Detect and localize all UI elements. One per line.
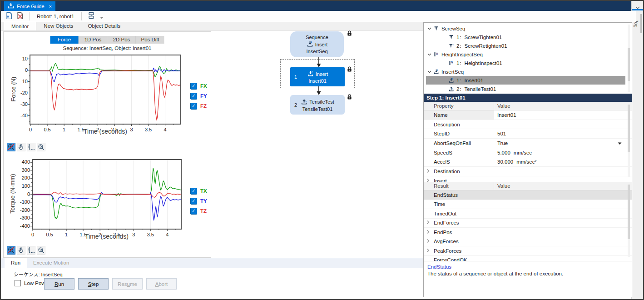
property-row-destination[interactable]: Destination (424, 167, 632, 176)
robot-label: Robot: 1, robot1 (35, 14, 76, 19)
result-row-endforces[interactable]: EndForces (424, 219, 632, 228)
view-tab-pos-diff[interactable]: Pos Diff (136, 36, 164, 44)
expander-chevron-icon[interactable] (426, 27, 432, 30)
flow-node-tensiletest01[interactable]: 2TensileTestTensileTest01 (290, 95, 345, 115)
fy-checkbox[interactable]: ✓ (190, 93, 197, 100)
column-header: Value (494, 102, 632, 110)
property-value[interactable]: True (494, 139, 632, 148)
flow-node-title: Insert (307, 40, 328, 48)
svg-text:H: H (436, 53, 437, 55)
tree-item-index: 2: (456, 86, 462, 92)
step-button[interactable]: Step (78, 278, 109, 290)
toolbar-separator (29, 12, 30, 20)
zoom-select-icon[interactable] (7, 143, 15, 151)
sequence-wizard-icon[interactable] (87, 12, 95, 21)
property-row-stepid[interactable]: StepID501 (424, 129, 632, 139)
result-row-avgforces[interactable]: AvgForces (424, 237, 632, 247)
ty-checkbox[interactable]: ✓ (190, 198, 197, 205)
tree-item-index: 2: (456, 43, 462, 49)
tree-item-insertseq[interactable]: InsertSeq (426, 67, 625, 76)
result-row-peakforces[interactable]: PeakForces (424, 246, 632, 256)
run-panel: シーケンス: InsertSeq Low Power RunStepResume… (1, 268, 423, 297)
tree-item-screwtighten01[interactable]: 1:ScrewTighten01 (426, 33, 625, 41)
tree-item-tensiletest01[interactable]: 2:TensileTest01 (426, 85, 625, 93)
result-value (494, 200, 632, 209)
zoom-select-icon[interactable] (7, 246, 15, 255)
zoom-reset-icon[interactable] (37, 143, 45, 151)
chart-plot-area[interactable] (33, 160, 181, 229)
property-name: AccelS (424, 157, 494, 166)
expand-arrow-icon[interactable] (426, 230, 430, 235)
result-name: EndPos (424, 228, 494, 237)
expand-arrow-icon[interactable] (426, 248, 430, 254)
sequence-label: シーケンス: InsertSeq (14, 270, 63, 278)
y-tick-label: 400 (13, 159, 30, 165)
dropdown-caret-icon[interactable] (100, 14, 104, 19)
column-header: Property (424, 102, 494, 110)
result-scrollbar[interactable] (628, 184, 630, 257)
lock-icon (347, 66, 352, 74)
expander-chevron-icon[interactable] (426, 70, 432, 73)
expand-arrow-icon[interactable] (426, 220, 430, 225)
view-tab-1d-pos[interactable]: 1D Pos (79, 36, 108, 44)
tx-checkbox[interactable]: ✓ (190, 188, 197, 195)
tab-run[interactable]: Run (5, 258, 27, 268)
property-row-description[interactable]: Description (424, 120, 632, 130)
chart-plot-area[interactable] (30, 55, 180, 124)
property-row-speeds[interactable]: SpeedS5.000mm/sec (424, 148, 632, 158)
save-data-icon[interactable] (5, 12, 13, 21)
tz-checkbox[interactable]: ✓ (190, 208, 197, 215)
expander-chevron-icon[interactable] (426, 53, 432, 56)
insert-icon (307, 70, 314, 78)
fx-checkbox[interactable]: ✓ (190, 83, 197, 90)
property-name: Description (424, 120, 494, 129)
run-button[interactable]: Run (44, 278, 74, 290)
tab-execute-motion[interactable]: Execute Motion (27, 258, 75, 268)
flow-node-insertseq[interactable]: SequenceInsertInsertSeq (290, 31, 344, 57)
axis-scale-icon[interactable] (27, 143, 35, 151)
property-row-name[interactable]: NameInsert01 (424, 110, 632, 120)
property-name-label: Name (434, 112, 448, 118)
result-row-endpos[interactable]: EndPos (424, 228, 632, 237)
result-name-label: AvgForces (434, 239, 459, 244)
tree-item-screwseq[interactable]: ScrewSeq (426, 24, 625, 33)
result-row-time[interactable]: Time (424, 200, 632, 210)
legend-row-fx: ✓FX (190, 83, 207, 89)
tab-monitor[interactable]: Monitor (4, 22, 36, 30)
tab-object-details[interactable]: Object Details (81, 22, 128, 30)
property-name-label: Destination (434, 169, 460, 174)
tree-scrollbar[interactable] (628, 25, 630, 92)
tree-item-index: 1: (456, 78, 462, 83)
flow-node-insert01[interactable]: 1InsertInsert01 (290, 67, 345, 86)
force-chart[interactable]: 00.511.522.533.54100-10-20-30-40 (30, 55, 181, 125)
result-row-timedout[interactable]: TimedOut (424, 209, 632, 219)
result-row-endstatus[interactable]: EndStatus (424, 190, 632, 200)
screw2-icon (447, 43, 455, 49)
view-tab-2d-pos[interactable]: 2D Pos (108, 36, 136, 44)
low-power-checkbox[interactable] (15, 280, 21, 286)
tab-force-guide[interactable]: Force Guide × (4, 1, 55, 11)
expand-arrow-icon[interactable] (426, 169, 430, 174)
close-icon[interactable]: × (49, 4, 52, 9)
tree-item-insert01[interactable]: 1:Insert01 (426, 76, 625, 85)
pan-hand-icon[interactable] (17, 246, 25, 255)
dropdown-caret-icon[interactable] (618, 140, 622, 146)
property-row-accels[interactable]: AccelS30.000mm/sec² (424, 157, 632, 167)
pan-hand-icon[interactable] (17, 143, 25, 151)
property-row-abortseqonfail[interactable]: AbortSeqOnFailTrue (424, 139, 632, 148)
zoom-reset-icon[interactable] (37, 246, 45, 255)
torque-chart[interactable]: 00.511.522.533.544003002001000-100-200-3… (32, 159, 182, 230)
tree-item-heightinspectseq[interactable]: HHeightInspectSeq (426, 50, 625, 59)
axis-scale-icon[interactable] (27, 246, 35, 255)
delete-data-icon[interactable] (16, 12, 24, 21)
y-tick-label: -20 (10, 90, 28, 95)
fz-checkbox[interactable]: ✓ (190, 103, 197, 110)
property-scrollbar[interactable] (628, 104, 630, 177)
value-text: 5.000 (497, 150, 510, 155)
view-tab-force[interactable]: Force (50, 36, 79, 44)
tree-item-heightinspect01[interactable]: H1:HeightInspect01 (426, 59, 625, 67)
tab-new-objects[interactable]: New Objects (36, 22, 80, 30)
series-FZ (30, 71, 180, 120)
tree-item-screwretighten01[interactable]: 2:ScrewRetighten01 (426, 41, 625, 50)
expand-arrow-icon[interactable] (426, 239, 430, 244)
